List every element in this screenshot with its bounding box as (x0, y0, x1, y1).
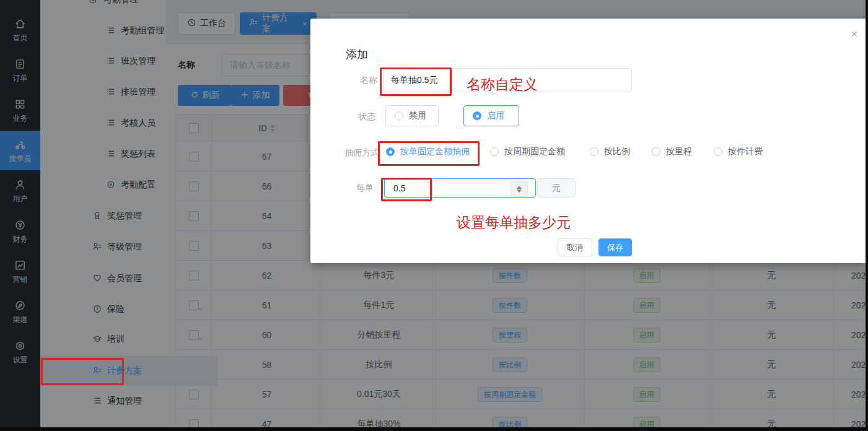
commission-option-fixed-per-cycle[interactable]: 按周期固定金额 (490, 146, 565, 157)
dialog-title: 添加 (346, 47, 368, 62)
add-dialog: 添加 × 名称 状态 禁用 启用 抽佣方式 按单固定金额抽佣 (310, 19, 866, 263)
commission-field-label: 抽佣方式 (335, 147, 379, 159)
radio-icon (395, 111, 403, 120)
commission-option-by-piece[interactable]: 按件计费 (714, 146, 763, 157)
screen-border (866, 0, 868, 431)
radio-icon (590, 147, 598, 156)
screen-border (0, 427, 868, 431)
option-label: 按周期固定金额 (504, 146, 565, 157)
app-window: 首页 订单 业务 接单员 用户 财务 (0, 0, 866, 427)
radio-icon (490, 147, 499, 156)
status-option-enabled[interactable]: 启用 (463, 105, 519, 126)
radio-icon (652, 147, 660, 156)
radio-selected-icon (473, 111, 481, 120)
name-field-label: 名称 (333, 75, 377, 86)
status-option-disabled[interactable]: 禁用 (385, 105, 439, 126)
option-label: 禁用 (409, 110, 426, 121)
close-icon[interactable]: × (851, 28, 857, 40)
option-label: 按里程 (666, 146, 692, 157)
option-label: 启用 (487, 110, 504, 121)
commission-option-fixed-per-order[interactable]: 按单固定金额抽佣 (386, 146, 470, 157)
per-order-field-label: 每单 (329, 183, 374, 194)
cancel-button[interactable]: 取消 (558, 238, 592, 256)
radio-icon (714, 147, 722, 156)
step-up-icon[interactable] (517, 186, 522, 189)
unit-suffix: 元 (537, 178, 576, 198)
number-stepper[interactable] (511, 181, 528, 197)
amount-value: 0.5 (393, 183, 405, 193)
commission-option-by-ratio[interactable]: 按比例 (590, 146, 630, 157)
annotation-amount-note: 设置每单抽多少元 (457, 213, 571, 232)
option-label: 按件计费 (728, 146, 763, 157)
radio-selected-icon (386, 147, 395, 156)
status-field-label: 状态 (331, 111, 375, 123)
plan-name-input[interactable] (383, 68, 632, 92)
screen: 首页 订单 业务 接单员 用户 财务 (0, 0, 868, 431)
option-label: 按比例 (604, 146, 630, 157)
step-down-icon[interactable] (517, 189, 522, 193)
save-button[interactable]: 保存 (598, 238, 632, 256)
per-order-amount-input[interactable]: 0.5 (384, 178, 536, 198)
commission-option-by-mileage[interactable]: 按里程 (652, 146, 692, 157)
option-label: 按单固定金额抽佣 (400, 146, 470, 157)
